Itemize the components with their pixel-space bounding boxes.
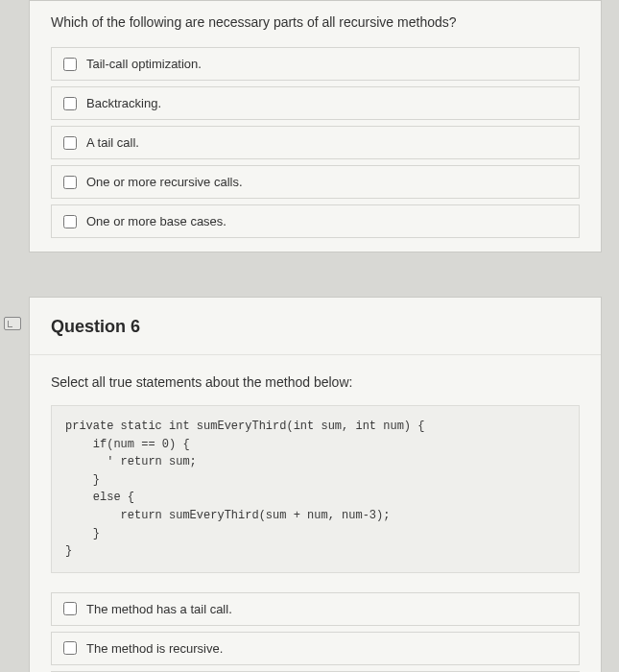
option-label: One or more recursive calls.	[86, 175, 243, 189]
option-checkbox[interactable]	[63, 641, 77, 655]
question-nav-icon[interactable]	[4, 317, 21, 330]
option-row[interactable]: The method is recursive.	[51, 632, 580, 665]
option-checkbox[interactable]	[63, 97, 77, 110]
option-checkbox[interactable]	[63, 58, 77, 71]
option-row[interactable]: The method has a tail call.	[51, 592, 580, 626]
code-block: private static int sumEveryThird(int sum…	[51, 405, 580, 573]
option-row[interactable]: A tail call.	[51, 126, 580, 159]
option-checkbox[interactable]	[63, 602, 77, 615]
option-label: One or more base cases.	[86, 214, 226, 228]
option-label: Tail-call optimization.	[86, 57, 202, 71]
question-6-body: Select all true statements about the met…	[30, 355, 601, 672]
question-5-card: Which of the following are necessary par…	[29, 0, 602, 252]
question-6-card: Question 6 Select all true statements ab…	[29, 297, 602, 672]
question-6-prompt: Select all true statements about the met…	[51, 374, 580, 390]
option-row[interactable]: Tail-call optimization.	[51, 47, 580, 81]
question-5-prompt: Which of the following are necessary par…	[51, 14, 580, 30]
question-6-header: Question 6	[30, 298, 601, 355]
option-label: The method is recursive.	[86, 641, 223, 656]
option-row[interactable]: One or more base cases.	[51, 204, 580, 238]
option-label: Backtracking.	[86, 96, 161, 110]
option-checkbox[interactable]	[63, 136, 77, 150]
question-6-title: Question 6	[51, 317, 580, 337]
option-label: A tail call.	[86, 135, 139, 150]
option-checkbox[interactable]	[63, 215, 77, 228]
option-row[interactable]: One or more recursive calls.	[51, 165, 580, 199]
option-checkbox[interactable]	[63, 176, 77, 189]
option-label: The method has a tail call.	[86, 602, 232, 616]
option-row[interactable]: Backtracking.	[51, 86, 580, 120]
